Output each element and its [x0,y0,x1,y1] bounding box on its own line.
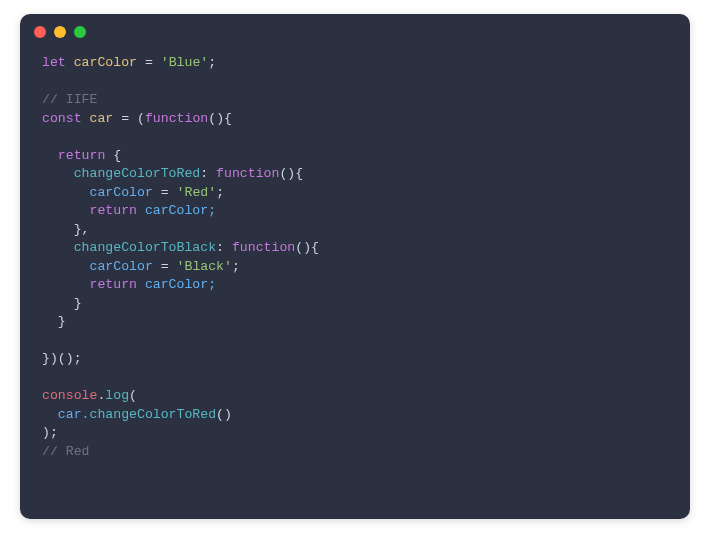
keyword-let: let [42,55,66,70]
property: changeColorToBlack [42,240,216,255]
identifier: carColor [42,259,161,274]
keyword-function: function [145,111,208,126]
punc: (){ [295,240,319,255]
identifier: carColor; [137,277,216,292]
property: changeColorToRed [42,166,200,181]
semicolon: ; [216,185,224,200]
paren: ( [129,388,137,403]
brace: { [105,148,121,163]
op-eq: = [145,55,153,70]
titlebar [20,14,690,50]
punc: (){ [279,166,303,181]
code-window: let carColor = 'Blue'; // IIFE const car… [20,14,690,519]
maximize-icon[interactable] [74,26,86,38]
punc: (){ [208,111,232,126]
identifier: carColor [42,185,161,200]
comment: // Red [42,444,89,459]
semicolon: ; [208,55,216,70]
brace: } [42,314,66,329]
string: 'Black' [169,259,232,274]
method-log: log [105,388,129,403]
keyword-return: return [42,277,137,292]
keyword-return: return [42,148,105,163]
parens: () [216,407,232,422]
brace: }, [42,222,89,237]
colon: : [216,240,232,255]
paren: ); [42,425,58,440]
minimize-icon[interactable] [54,26,66,38]
keyword-const: const [42,111,82,126]
keyword-function: function [216,166,279,181]
paren: ( [129,111,145,126]
object-console: console [42,388,97,403]
close-icon[interactable] [34,26,46,38]
comment: // IIFE [42,92,97,107]
op-eq: = [161,259,169,274]
brace: } [42,296,82,311]
var-name: car [82,111,122,126]
op-eq: = [121,111,129,126]
method: changeColorToRed [89,407,216,422]
keyword-return: return [42,203,137,218]
keyword-function: function [232,240,295,255]
var-name: carColor [66,55,145,70]
code-block: let carColor = 'Blue'; // IIFE const car… [20,50,690,479]
punc: })(); [42,351,82,366]
identifier: carColor; [137,203,216,218]
string: 'Blue' [153,55,208,70]
identifier: car. [42,407,89,422]
string: 'Red' [169,185,216,200]
semicolon: ; [232,259,240,274]
op-eq: = [161,185,169,200]
colon: : [200,166,216,181]
